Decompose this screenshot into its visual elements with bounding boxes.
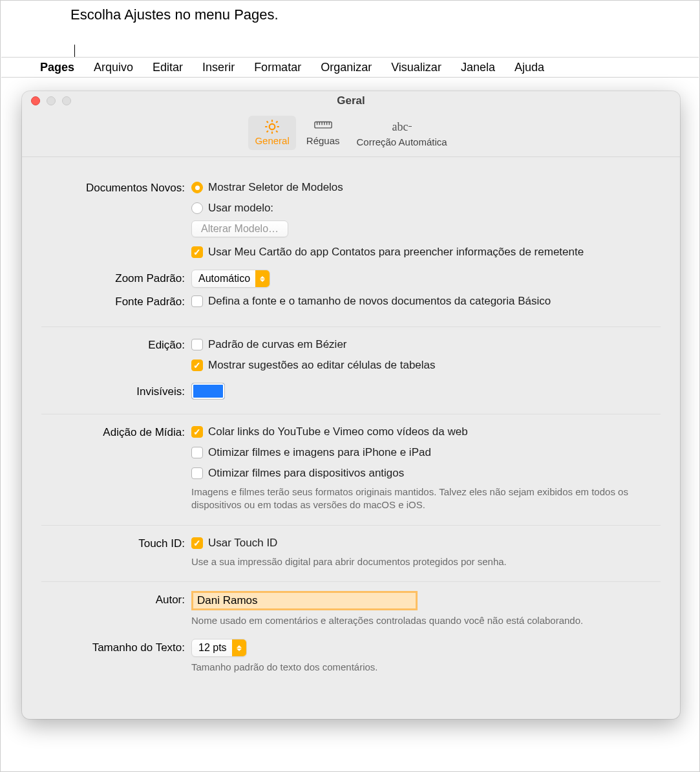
minimize-icon[interactable] [47, 96, 56, 105]
section-editing: Edição: Padrão de curvas em Bézier Mostr… [41, 327, 661, 414]
checkbox-on-icon [191, 359, 203, 371]
check-touchid[interactable]: Usar Touch ID [191, 535, 661, 552]
label-text-size: Tamanho do Texto: [41, 639, 191, 657]
preferences-toolbar: General Réguas abc Correção Automática [22, 111, 680, 157]
author-field[interactable] [191, 591, 418, 610]
check-bezier-label: Padrão de curvas em Bézier [208, 336, 347, 353]
check-table-suggestions[interactable]: Mostrar sugestões ao editar células de t… [191, 357, 661, 374]
label-touchid: Touch ID: [41, 535, 191, 553]
menu-arquivo[interactable]: Arquivo [94, 61, 133, 74]
label-editing: Edição: [41, 336, 191, 354]
radio-off-icon [191, 202, 203, 214]
traffic-lights [31, 96, 71, 105]
menu-visualizar[interactable]: Visualizar [391, 61, 441, 74]
checkbox-off-icon [191, 295, 203, 307]
media-hint: Imagens e filmes terão seus formatos ori… [191, 486, 661, 512]
check-touchid-label: Usar Touch ID [208, 535, 277, 552]
toolbar-autocorrect-label: Correção Automática [357, 136, 447, 147]
change-template-button[interactable]: Alterar Modelo… [191, 220, 288, 237]
label-default-zoom: Zoom Padrão: [41, 270, 191, 288]
radio-use-template-label: Usar modelo: [208, 200, 273, 217]
check-default-font[interactable]: Defina a fonte e o tamanho de novos docu… [191, 293, 661, 310]
svg-point-0 [270, 124, 275, 130]
check-optimize-ios-label: Otimizar filmes e imagens para iPhone e … [208, 444, 431, 461]
checkbox-off-icon [191, 447, 203, 458]
check-default-font-label: Defina a fonte e o tamanho de novos docu… [208, 293, 551, 310]
label-invisibles: Invisíveis: [41, 383, 191, 401]
label-new-docs: Documentos Novos: [41, 179, 191, 197]
popup-arrows-icon [255, 270, 270, 287]
close-icon[interactable] [31, 96, 40, 105]
abc-icon: abc [392, 118, 412, 135]
gear-icon [262, 118, 282, 135]
text-size-popup[interactable]: 12 pts [191, 639, 247, 657]
toolbar-rulers-label: Réguas [306, 135, 340, 146]
popup-arrows-icon [232, 639, 246, 656]
check-optimize-ios[interactable]: Otimizar filmes e imagens para iPhone e … [191, 444, 661, 461]
radio-show-chooser[interactable]: Mostrar Seletor de Modelos [191, 179, 661, 196]
radio-on-icon [191, 182, 203, 193]
zoom-icon[interactable] [62, 96, 71, 105]
section-touchid: Touch ID: Usar Touch ID Use a sua impres… [41, 526, 661, 582]
window-title: Geral [337, 94, 365, 107]
text-size-value: 12 pts [198, 642, 227, 654]
checkbox-on-icon [191, 426, 203, 438]
radio-show-chooser-label: Mostrar Seletor de Modelos [208, 179, 343, 196]
section-new-documents: Documentos Novos: Mostrar Seletor de Mod… [41, 170, 661, 327]
menu-ajuda[interactable]: Ajuda [514, 61, 544, 74]
menu-inserir[interactable]: Inserir [202, 61, 235, 74]
callout-text: Escolha Ajustes no menu Pages. [70, 6, 279, 24]
checkbox-on-icon [191, 537, 203, 549]
zoom-value: Automático [198, 273, 250, 284]
label-author: Autor: [41, 591, 191, 609]
checkbox-off-icon [191, 339, 203, 350]
preferences-window: Geral General Réguas abc Correção Automá… [22, 91, 680, 719]
menu-pages[interactable]: Pages [40, 61, 74, 74]
radio-use-template[interactable]: Usar modelo: [191, 200, 661, 217]
section-media: Adição de Mídia: Colar links do YouTube … [41, 414, 661, 526]
section-author: Autor: Nome usado em comentários e alter… [41, 582, 661, 687]
check-use-my-card[interactable]: Usar Meu Cartão do app Contatos para pre… [191, 244, 661, 261]
menu-janela[interactable]: Janela [461, 61, 495, 74]
label-default-font: Fonte Padrão: [41, 293, 191, 311]
menu-editar[interactable]: Editar [153, 61, 183, 74]
checkbox-off-icon [191, 467, 203, 479]
menubar: Pages Arquivo Editar Inserir Formatar Or… [1, 57, 699, 78]
toolbar-rulers[interactable]: Réguas [300, 116, 346, 150]
check-optimize-old-label: Otimizar filmes para dispositivos antigo… [208, 465, 404, 482]
menu-formatar[interactable]: Formatar [254, 61, 301, 74]
check-web-video[interactable]: Colar links do YouTube e Vimeo como víde… [191, 424, 661, 440]
ruler-icon [313, 118, 333, 135]
checkbox-on-icon [191, 246, 203, 258]
toolbar-general-label: General [255, 135, 289, 146]
check-table-suggestions-label: Mostrar sugestões ao editar células de t… [208, 357, 436, 374]
check-use-my-card-label: Usar Meu Cartão do app Contatos para pre… [208, 244, 584, 261]
invisibles-color-well[interactable] [191, 383, 225, 400]
check-web-video-label: Colar links do YouTube e Vimeo como víde… [208, 424, 468, 440]
titlebar: Geral [22, 91, 680, 111]
check-optimize-old[interactable]: Otimizar filmes para dispositivos antigo… [191, 465, 661, 482]
author-hint: Nome usado em comentários e alterações c… [191, 614, 661, 627]
toolbar-autocorrect[interactable]: abc Correção Automática [350, 116, 454, 150]
default-zoom-popup[interactable]: Automático [191, 270, 270, 288]
check-bezier[interactable]: Padrão de curvas em Bézier [191, 336, 661, 353]
menu-organizar[interactable]: Organizar [321, 61, 372, 74]
toolbar-general[interactable]: General [248, 116, 295, 150]
text-size-hint: Tamanho padrão do texto dos comentários. [191, 661, 661, 674]
label-media: Adição de Mídia: [41, 424, 191, 442]
touchid-hint: Use a sua impressão digital para abrir d… [191, 555, 661, 568]
